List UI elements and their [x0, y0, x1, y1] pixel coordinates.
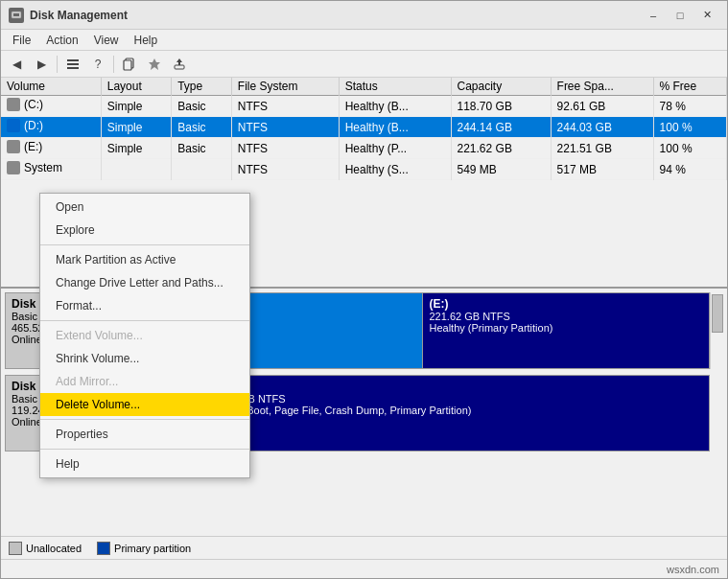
col-layout: Layout — [101, 78, 171, 96]
svg-marker-7 — [149, 58, 160, 70]
menu-file[interactable]: File — [5, 32, 38, 49]
table-cell: 221.62 GB — [451, 138, 551, 159]
svg-rect-8 — [175, 65, 184, 69]
col-volume: Volume — [1, 78, 101, 96]
window-controls: – □ ✕ — [641, 5, 719, 26]
legend-primary-box — [97, 542, 110, 555]
menu-bar: File Action View Help — [1, 30, 727, 51]
table-cell: 221.51 GB — [551, 138, 653, 159]
table-cell: Basic — [172, 96, 232, 117]
window-title: Disk Management — [30, 9, 641, 22]
menu-action[interactable]: Action — [38, 32, 85, 49]
table-header-row: Volume Layout Type File System Status Ca… — [1, 78, 727, 96]
disk-1-c-label: (C:) — [204, 380, 703, 393]
table-cell: 244.03 GB — [551, 117, 653, 138]
col-type: Type — [172, 78, 232, 96]
table-cell — [101, 159, 171, 180]
disk-0-e-size: 221.62 GB NTFS — [429, 311, 703, 322]
context-menu-separator — [40, 419, 249, 420]
toolbar-sep-1 — [57, 56, 58, 73]
context-menu-item[interactable]: Change Drive Letter and Paths... — [40, 271, 249, 294]
main-content: Volume Layout Type File System Status Ca… — [1, 78, 727, 536]
table-cell: Healthy (B... — [339, 117, 451, 138]
context-menu-item[interactable]: Open — [40, 196, 249, 219]
toolbar-forward[interactable]: ▶ — [30, 54, 53, 75]
disk-scrollbar[interactable] — [710, 292, 723, 369]
scrollbar-thumb[interactable] — [712, 294, 723, 333]
minimize-button[interactable]: – — [641, 5, 666, 26]
legend-unallocated-box — [9, 542, 22, 555]
table-cell: (D:) — [1, 117, 101, 138]
status-bar: wsxdn.com — [1, 559, 727, 578]
table-cell: Simple — [101, 117, 171, 138]
toolbar-export[interactable] — [168, 54, 191, 75]
toolbar-list[interactable] — [61, 54, 84, 75]
context-menu-separator — [40, 244, 249, 245]
maximize-button[interactable]: □ — [668, 5, 693, 26]
table-cell: 92.61 GB — [551, 96, 653, 117]
table-row[interactable]: SystemNTFSHealthy (S...549 MB517 MB94 % — [1, 159, 727, 180]
table-cell: (C:) — [1, 96, 101, 117]
table-cell: 100 % — [653, 138, 726, 159]
disk-1-scrollbar-placeholder — [710, 375, 723, 452]
toolbar-pin[interactable] — [143, 54, 166, 75]
toolbar-sep-2 — [113, 56, 114, 73]
disk-0-e-label: (E:) — [429, 297, 703, 311]
table-cell: NTFS — [231, 96, 339, 117]
table-cell: NTFS — [231, 159, 339, 180]
menu-view[interactable]: View — [86, 32, 127, 49]
context-menu-item: Extend Volume... — [40, 324, 249, 347]
table-cell: 100 % — [653, 117, 726, 138]
status-text: wsxdn.com — [667, 564, 719, 575]
context-menu: OpenExploreMark Partition as ActiveChang… — [39, 193, 250, 478]
close-button[interactable]: ✕ — [694, 5, 719, 26]
context-menu-separator — [40, 449, 249, 450]
table-cell: 244.14 GB — [451, 117, 551, 138]
table-row[interactable]: (C:)SimpleBasicNTFSHealthy (B...118.70 G… — [1, 96, 727, 117]
context-menu-item[interactable]: Explore — [40, 219, 249, 242]
legend-bar: Unallocated Primary partition — [1, 536, 727, 559]
menu-help[interactable]: Help — [127, 32, 166, 49]
disk-0-e-desc: Healthy (Primary Partition) — [429, 322, 703, 334]
table-cell: Healthy (B... — [339, 96, 451, 117]
table-row[interactable]: (D:)SimpleBasicNTFSHealthy (B...244.14 G… — [1, 117, 727, 138]
col-pct-free: % Free — [653, 78, 726, 96]
disk-1-partition-c[interactable]: (C:) 118.70 GB NTFS Healthy (Boot, Page … — [199, 376, 709, 451]
table-cell: Basic — [172, 117, 232, 138]
table-cell: 517 MB — [551, 159, 653, 180]
toolbar-copy[interactable] — [118, 54, 141, 75]
context-menu-item[interactable]: Properties — [40, 423, 249, 446]
context-menu-item[interactable]: Format... — [40, 294, 249, 317]
legend-unallocated-label: Unallocated — [26, 543, 82, 554]
disk-management-window: Disk Management – □ ✕ File Action View H… — [0, 0, 728, 579]
table-cell: 118.70 GB — [451, 96, 551, 117]
table-cell: (E:) — [1, 138, 101, 159]
title-bar: Disk Management – □ ✕ — [1, 1, 727, 30]
context-menu-item[interactable]: Shrink Volume... — [40, 347, 249, 370]
table-cell: NTFS — [231, 138, 339, 159]
toolbar-help[interactable]: ? — [86, 54, 109, 75]
table-cell: Basic — [172, 138, 232, 159]
disk-1-c-size: 118.70 GB NTFS — [204, 393, 703, 405]
toolbar-back[interactable]: ◀ — [5, 54, 28, 75]
legend-primary-label: Primary partition — [114, 543, 191, 554]
col-freespace: Free Spa... — [551, 78, 653, 96]
table-row[interactable]: (E:)SimpleBasicNTFSHealthy (P...221.62 G… — [1, 138, 727, 159]
table-cell: 94 % — [653, 159, 726, 180]
table-cell: System — [1, 159, 101, 180]
context-menu-item[interactable]: Help — [40, 452, 249, 475]
context-menu-item[interactable]: Mark Partition as Active — [40, 248, 249, 271]
context-menu-separator — [40, 320, 249, 321]
col-status: Status — [339, 78, 451, 96]
table-cell: NTFS — [231, 117, 339, 138]
col-capacity: Capacity — [451, 78, 551, 96]
table-cell: Healthy (P... — [339, 138, 451, 159]
svg-rect-2 — [67, 59, 79, 61]
toolbar: ◀ ▶ ? — [1, 51, 727, 78]
context-menu-item: Add Mirror... — [40, 370, 249, 393]
legend-unallocated: Unallocated — [9, 542, 82, 555]
context-menu-item[interactable]: Delete Volume... — [40, 393, 249, 416]
table-cell: 78 % — [653, 96, 726, 117]
disk-0-partition-e[interactable]: (E:) 221.62 GB NTFS Healthy (Primary Par… — [423, 293, 709, 368]
app-icon — [9, 8, 24, 23]
